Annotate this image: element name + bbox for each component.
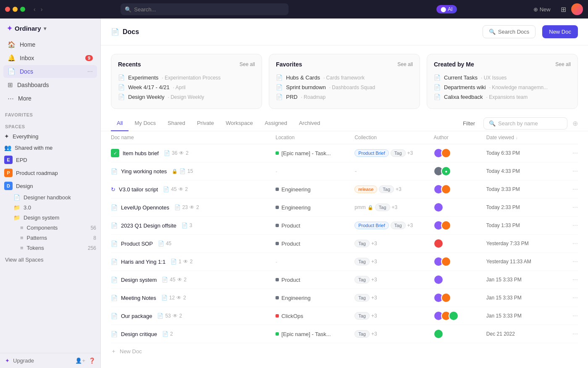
table-row[interactable]: 📄 LevelUp Opennotes 📄 23 👁 2 Engineering… (111, 199, 578, 217)
sidebar-item-home[interactable]: 🏠 Home (3, 38, 97, 51)
doc-name-cell: 📄 2023 Q1 Design offsite 📄 3 (111, 222, 276, 229)
row-more-button[interactable]: ··· (565, 185, 578, 193)
sidebar-item-epd[interactable]: E EPD (0, 154, 100, 166)
search-docs-button[interactable]: 🔍 Search Docs (483, 25, 536, 38)
sidebar-item-designer-handbook[interactable]: 📄 Designer handbook (0, 193, 100, 202)
view-all-spaces[interactable]: View all Spaces (0, 253, 100, 266)
collection-tag[interactable]: Tag (354, 312, 370, 320)
recent-item-experiments[interactable]: 📄 Experiments · Experimentation Process (118, 73, 255, 82)
tab-assigned[interactable]: Assigned (259, 116, 293, 131)
global-search-bar[interactable]: 🔍 Search... (121, 3, 289, 15)
collection-tag[interactable]: Tag (375, 204, 390, 211)
new-doc-row[interactable]: ＋ New Doc (111, 343, 578, 359)
back-arrow[interactable]: ‹ (32, 5, 37, 13)
row-more-button[interactable]: ··· (565, 312, 578, 320)
search-by-name-input[interactable]: 🔍 Search by name (483, 117, 567, 130)
table-row[interactable]: 📄 Design critique 📄 2 [Epic name] - Task… (111, 325, 578, 343)
col-date-viewed[interactable]: Date viewed ↓ (486, 135, 565, 140)
collection-tag[interactable]: Tag (354, 276, 370, 283)
docs-more-icon[interactable]: ··· (87, 68, 93, 75)
created-by-me-see-all[interactable]: See all (555, 61, 571, 67)
sidebar-item-more[interactable]: ⋯ More (3, 92, 97, 105)
sidebar-workspace-header[interactable]: ✦ Ordinary ▾ (0, 19, 100, 37)
tab-workspace[interactable]: Workspace (220, 116, 259, 131)
sidebar-item-dashboards[interactable]: ⊞ Dashboards (3, 79, 97, 91)
sidebar-item-everything[interactable]: ✦ Everything (0, 131, 100, 142)
filter-button[interactable]: Filter (459, 119, 478, 128)
collection-tag[interactable]: Tag (391, 149, 406, 157)
collection-tag[interactable]: Tag (354, 240, 370, 247)
sidebar-item-product-roadmap[interactable]: P Product roadmap (0, 167, 100, 179)
close-button[interactable] (5, 7, 10, 12)
new-button[interactable]: ⊕ New (533, 6, 551, 13)
table-row[interactable]: 📄 Haris and Ying 1:1 📄 1 👁 2 - Tag +3 (111, 253, 578, 271)
new-doc-button[interactable]: New Doc (542, 25, 578, 38)
row-more-button[interactable]: ··· (565, 276, 578, 283)
doc-title: V3.0 tailor script (119, 186, 158, 193)
table-row[interactable]: 📄 Design system 📄 45 👁 2 Product Tag +3 (111, 271, 578, 289)
row-more-button[interactable]: ··· (565, 294, 578, 302)
tab-archived[interactable]: Archived (293, 116, 326, 131)
ai-badge[interactable]: ⬤ AI (436, 5, 457, 13)
sidebar-item-design[interactable]: D Design (0, 180, 100, 192)
help-icon[interactable]: ❓ (89, 357, 95, 364)
created-item-current-tasks[interactable]: 📄 Current Tasks · UX Issues (434, 73, 571, 82)
sidebar-item-patterns[interactable]: ≡ Patterns 8 (0, 233, 100, 243)
maximize-button[interactable] (20, 7, 25, 12)
tab-all[interactable]: All (111, 116, 129, 131)
fav-item-hubs[interactable]: 📄 Hubs & Cards · Cards framework (276, 73, 413, 82)
search-icon: 🔍 (489, 29, 496, 35)
collection-tag[interactable]: Tag (379, 185, 394, 193)
collection-tag[interactable]: release (354, 185, 377, 193)
search-placeholder: Search... (134, 6, 156, 13)
fav-item-sprint[interactable]: 📄 Sprint burndown · Dashboards Squad (276, 82, 413, 92)
recents-see-all[interactable]: See all (239, 61, 255, 67)
invite-icon[interactable]: 👤+ (75, 357, 85, 364)
collection-tag[interactable]: Product Brief (354, 222, 389, 229)
row-more-button[interactable]: ··· (565, 330, 578, 338)
table-row[interactable]: 📄 Ying working notes 🔒 📄 15 - - (111, 162, 578, 180)
sidebar-item-inbox[interactable]: 🔔 Inbox 9 (3, 52, 97, 64)
user-avatar[interactable] (571, 3, 583, 15)
forward-arrow[interactable]: › (39, 5, 45, 13)
table-row[interactable]: ↻ V3.0 tailor script 📄 45 👁 2 Engineerin… (111, 180, 578, 199)
collection-tag[interactable]: Tag (354, 330, 370, 338)
sidebar-item-components[interactable]: ≡ Components 56 (0, 223, 100, 233)
collection-tag[interactable]: Product Brief (354, 149, 389, 157)
product-roadmap-label: Product roadmap (16, 170, 58, 176)
recent-item-design-weekly[interactable]: 📄 Design Weekly · Design Weekly (118, 92, 255, 102)
table-row[interactable]: 📄 Meeting Notes 📄 12 👁 2 Engineering Tag (111, 289, 578, 307)
table-row[interactable]: ✓ Item hubs brief 📄 36 👁 2 [Epic name] -… (111, 144, 578, 162)
row-more-button[interactable]: ··· (565, 258, 578, 265)
sidebar-item-3-0[interactable]: 📁 3.0 (0, 203, 100, 212)
collection-tag[interactable]: Tag (391, 222, 406, 229)
row-more-button[interactable]: ··· (565, 167, 578, 175)
row-more-button[interactable]: ··· (565, 149, 578, 157)
created-item-calixa[interactable]: 📄 Calixa feedback · Expansions team (434, 92, 571, 102)
favorites-see-all[interactable]: See all (397, 61, 413, 67)
location-cell: Product (276, 241, 354, 247)
tab-my-docs[interactable]: My Docs (129, 116, 162, 131)
created-item-departments[interactable]: 📄 Departments wiki · Knowledge managemn.… (434, 82, 571, 92)
sidebar-item-design-system[interactable]: 📁 Design system (0, 213, 100, 222)
recent-item-week[interactable]: 📄 Week 4/17 - 4/21 · April (118, 82, 255, 92)
sidebar-item-shared-with-me[interactable]: 👥 Shared with me (0, 142, 100, 153)
row-more-button[interactable]: ··· (565, 204, 578, 211)
table-row[interactable]: 📄 Product SOP 📄 45 Product Tag +3 (111, 235, 578, 253)
sidebar-item-tokens[interactable]: ≡ Tokens 256 (0, 243, 100, 253)
grid-icon[interactable]: ⊞ (561, 5, 566, 13)
fav-item-prd[interactable]: 📄 PRD · Roadmap (276, 92, 413, 102)
location-cell: Product (276, 222, 354, 229)
row-more-button[interactable]: ··· (565, 222, 578, 229)
table-row[interactable]: 📄 2023 Q1 Design offsite 📄 3 Product Pro… (111, 217, 578, 235)
upgrade-label[interactable]: Upgrade (13, 357, 34, 364)
collection-tag[interactable]: Tag (354, 258, 370, 265)
add-col-icon[interactable]: ⊕ (572, 119, 578, 127)
row-more-button[interactable]: ··· (565, 240, 578, 247)
minimize-button[interactable] (13, 7, 18, 12)
collection-tag[interactable]: Tag (354, 294, 370, 302)
tab-shared[interactable]: Shared (162, 116, 191, 131)
sidebar-item-docs[interactable]: 📄 Docs ··· (3, 65, 97, 78)
table-row[interactable]: 📄 Our package 📄 53 👁 2 ClickOps Tag +3 (111, 307, 578, 325)
tab-private[interactable]: Private (191, 116, 220, 131)
